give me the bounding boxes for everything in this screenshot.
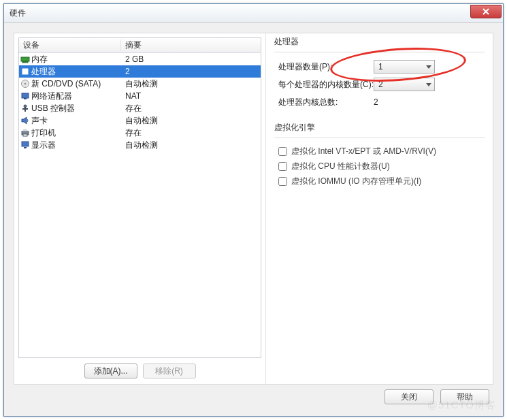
hardware-row-printer[interactable]: 打印机存在 [19, 127, 261, 139]
checkbox-virt-perf-input[interactable] [278, 162, 287, 171]
add-hardware-button[interactable]: 添加(A)... [84, 364, 137, 378]
hardware-buttons: 添加(A)... 移除(R) [18, 358, 261, 378]
col-summary: 摘要 [121, 39, 261, 51]
hardware-row-usb[interactable]: USB 控制器存在 [19, 102, 261, 114]
select-num-processors[interactable]: 1 [374, 60, 435, 74]
device-name: 显示器 [31, 140, 121, 151]
checkbox-virt-iommu-label: 虚拟化 IOMMU (IO 内存管理单元)(I) [291, 176, 421, 187]
select-cores-per-value: 2 [378, 80, 383, 89]
device-name: 新 CD/DVD (SATA) [31, 78, 121, 90]
hardware-row-cpu[interactable]: 处理器2 [19, 65, 261, 78]
chevron-down-icon [426, 83, 431, 86]
close-icon [482, 8, 490, 15]
svg-rect-1 [22, 61, 24, 63]
cpu-icon [19, 67, 31, 76]
hardware-rows: 内存2 GB处理器2新 CD/DVD (SATA)自动检测网络适配器NATUSB… [19, 53, 261, 151]
svg-rect-14 [23, 129, 27, 131]
hardware-row-display[interactable]: 显示器自动检测 [19, 139, 261, 151]
svg-rect-12 [22, 108, 28, 110]
processors-group-title: 处理器 [274, 36, 485, 48]
window-title: 硬件 [10, 7, 26, 19]
hardware-row-memory[interactable]: 内存2 GB [19, 53, 261, 65]
svg-rect-16 [22, 142, 29, 146]
checkbox-virt-perf[interactable]: 虚拟化 CPU 性能计数器(U) [278, 159, 483, 174]
svg-rect-5 [24, 70, 27, 73]
checkbox-virt-vt-input[interactable] [278, 147, 287, 156]
hardware-row-sound[interactable]: 声卡自动检测 [19, 114, 261, 127]
device-summary: NAT [121, 91, 261, 101]
close-button[interactable]: 关闭 [385, 389, 434, 404]
device-name: 网络适配器 [31, 91, 121, 102]
row-num-processors: 处理器数量(P): 1 [278, 58, 483, 76]
processors-group: 处理器 处理器数量(P): 1 每个处理器的内核数量(C): [274, 36, 485, 111]
device-summary: 自动检测 [121, 115, 261, 127]
device-name: 处理器 [31, 66, 121, 78]
checkbox-virt-iommu[interactable]: 虚拟化 IOMMU (IO 内存管理单元)(I) [278, 174, 483, 189]
device-summary: 自动检测 [121, 78, 261, 90]
checkbox-virt-vt[interactable]: 虚拟化 Intel VT-x/EPT 或 AMD-V/RVI(V) [278, 144, 483, 159]
remove-hardware-button: 移除(R) [143, 364, 196, 378]
label-num-processors: 处理器数量(P): [278, 61, 374, 73]
processor-settings-pane: 处理器 处理器数量(P): 1 每个处理器的内核数量(C): [266, 33, 493, 384]
svg-point-7 [24, 83, 27, 85]
device-name: USB 控制器 [31, 103, 121, 114]
main-panel: 设备 摘要 内存2 GB处理器2新 CD/DVD (SATA)自动检测网络适配器… [14, 33, 493, 385]
chevron-down-icon [426, 65, 431, 69]
device-summary: 存在 [121, 103, 261, 114]
select-num-processors-value: 1 [378, 62, 383, 71]
device-summary: 存在 [121, 127, 261, 139]
window-close-button[interactable] [470, 5, 502, 18]
virtualization-group: 虚拟化引擎 虚拟化 Intel VT-x/EPT 或 AMD-V/RVI(V) … [274, 122, 485, 189]
hardware-row-cd[interactable]: 新 CD/DVD (SATA)自动检测 [19, 78, 261, 90]
window-body: 设备 摘要 内存2 GB处理器2新 CD/DVD (SATA)自动检测网络适配器… [4, 23, 503, 416]
svg-rect-9 [24, 98, 27, 99]
checkbox-virt-vt-label: 虚拟化 Intel VT-x/EPT 或 AMD-V/RVI(V) [291, 146, 436, 157]
value-total-cores: 2 [374, 97, 483, 107]
svg-rect-17 [24, 147, 27, 148]
device-name: 内存 [31, 54, 121, 65]
dialog-footer: 关闭 帮助 [14, 385, 493, 409]
svg-rect-15 [23, 134, 27, 136]
device-summary: 2 [121, 67, 261, 76]
hardware-row-network[interactable]: 网络适配器NAT [19, 90, 261, 102]
checkbox-virt-perf-label: 虚拟化 CPU 性能计数器(U) [291, 161, 390, 172]
label-total-cores: 处理器内核总数: [278, 97, 374, 108]
svg-rect-2 [24, 61, 26, 63]
row-cores-per: 每个处理器的内核数量(C): 2 [278, 76, 483, 93]
hardware-table-header: 设备 摘要 [19, 38, 261, 53]
select-cores-per[interactable]: 2 [374, 78, 435, 91]
device-summary: 自动检测 [121, 140, 261, 151]
network-icon [19, 91, 31, 101]
label-cores-per: 每个处理器的内核数量(C): [278, 79, 374, 91]
titlebar: 硬件 [4, 4, 503, 23]
hardware-list-pane: 设备 摘要 内存2 GB处理器2新 CD/DVD (SATA)自动检测网络适配器… [14, 33, 266, 384]
device-name: 声卡 [31, 115, 121, 127]
device-name: 打印机 [31, 127, 121, 139]
device-summary: 2 GB [121, 54, 261, 64]
svg-rect-0 [21, 57, 29, 61]
display-icon [19, 140, 31, 150]
col-device: 设备 [19, 39, 121, 51]
hardware-settings-window: 硬件 设备 摘要 内存2 GB处理器2新 CD/DVD (SATA)自动检测网络… [3, 3, 504, 417]
svg-rect-3 [27, 61, 28, 63]
svg-rect-8 [22, 93, 29, 98]
hardware-table: 设备 摘要 内存2 GB处理器2新 CD/DVD (SATA)自动检测网络适配器… [18, 37, 261, 358]
cd-icon [19, 79, 31, 88]
virtualization-group-title: 虚拟化引擎 [274, 122, 485, 133]
checkbox-virt-iommu-input[interactable] [278, 177, 287, 186]
printer-icon [19, 128, 31, 138]
sound-icon [19, 116, 31, 125]
memory-icon [19, 55, 31, 63]
row-total-cores: 处理器内核总数: 2 [278, 93, 483, 111]
usb-icon [19, 103, 31, 113]
help-button[interactable]: 帮助 [440, 389, 489, 404]
